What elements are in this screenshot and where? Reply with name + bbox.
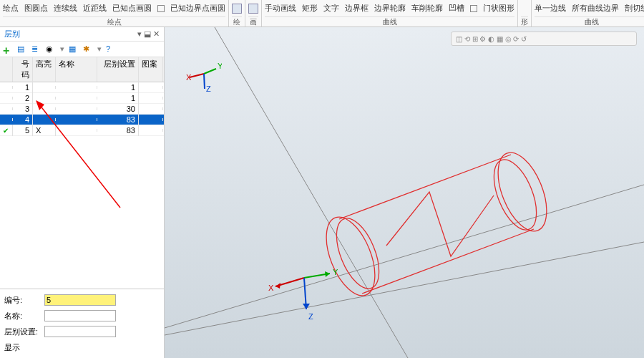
ribbon-item[interactable]: 单一边线 [535,3,566,14]
ribbon-item[interactable]: 凹槽 [449,3,464,14]
layer-form: 编号: 名称: 层别设置: 显示 [0,289,164,358]
line-icon[interactable] [232,4,242,14]
field-label: 名称: [4,311,40,321]
ribbon-group-circle: 画圆 [245,0,262,26]
ribbon: 绘点 图圆点 连续线 近距线 已知点画圆 已知边界点画圆 绘点 绘线 画圆 手动… [0,0,644,27]
ribbon-group-shape: 形状 [518,0,532,26]
ribbon-item[interactable]: 边界框 [345,3,369,14]
ribbon-group-label: 曲线 [265,16,514,26]
ribbon-item[interactable]: 剖切线 [625,3,644,14]
ribbon-item[interactable]: 门状图形 [483,3,514,14]
settings-input[interactable] [44,326,116,337]
ribbon-item[interactable]: 手动画线 [265,3,296,14]
main-area: 层别 ▾ ⬓ ✕ + ▤ ≣ ◉ ▾ ▦ ✱ ▾ ? 号码 高亮 名称 层别设置… [0,27,644,358]
number-input[interactable] [44,294,116,306]
checkbox-icon[interactable] [157,5,165,12]
svg-line-23 [204,69,216,74]
ribbon-item[interactable]: 图圆点 [24,3,48,14]
svg-text:Z: Z [206,84,211,92]
ribbon-item[interactable]: 近距线 [83,3,107,14]
svg-text:Z: Z [308,312,313,321]
ribbon-item[interactable]: 边界轮廓 [374,3,406,14]
svg-text:Y: Y [333,268,338,276]
ribbon-group-point: 绘点 图圆点 连续线 近距线 已知点画圆 已知边界点画圆 绘点 [0,0,229,26]
ribbon-group-label: 绘点 [3,16,225,26]
svg-marker-16 [303,304,310,309]
ribbon-group-label: 形状 [521,16,528,26]
svg-text:Y: Y [218,62,222,70]
svg-line-5 [339,155,511,219]
svg-text:X: X [268,284,274,292]
viewport[interactable]: ◫ ⟲ ⊞ ⚙ ◐ ▦ ◎ ⟳ ↺ X Y Z [165,27,644,358]
ribbon-item[interactable]: 文字 [323,3,339,14]
ribbon-item[interactable]: 连续线 [54,3,77,14]
svg-line-21 [190,74,204,77]
ribbon-group-label: 绘线 [232,16,242,26]
ribbon-group-line: 绘线 [229,0,245,26]
ribbon-item[interactable]: 所有曲线边界 [572,3,619,14]
ribbon-group-label: 曲线 [535,16,644,26]
ribbon-item[interactable]: 矩形 [302,3,318,14]
svg-text:X: X [186,73,192,82]
scene-svg: X Y Z [165,27,644,358]
field-label: 层别设置: [4,326,40,337]
ribbon-group-curve: 手动画线 矩形 文字 边界框 边界轮廓 车削轮廓 凹槽 门状图形 曲线 [262,0,518,26]
checkbox-icon[interactable] [470,5,477,12]
svg-line-0 [215,27,408,358]
ribbon-item[interactable]: 车削轮廓 [411,3,443,14]
field-label: 编号: [4,295,40,306]
svg-point-7 [328,213,387,294]
ribbon-item[interactable]: 已知边界点画圆 [170,3,225,14]
ribbon-item[interactable]: 已知点画圆 [112,3,152,14]
name-input[interactable] [44,310,116,321]
arrow-annotation [0,27,165,242]
field-label: 显示 [4,342,40,353]
svg-line-19 [39,105,120,208]
circle-icon[interactable] [248,4,258,14]
svg-line-25 [204,74,205,89]
ribbon-group-curve2: 单一边线 所有曲线边界 剖切线 曲线 [532,0,644,26]
ribbon-item[interactable]: 绘点 [3,3,19,14]
ribbon-group-label: 画圆 [248,16,258,26]
